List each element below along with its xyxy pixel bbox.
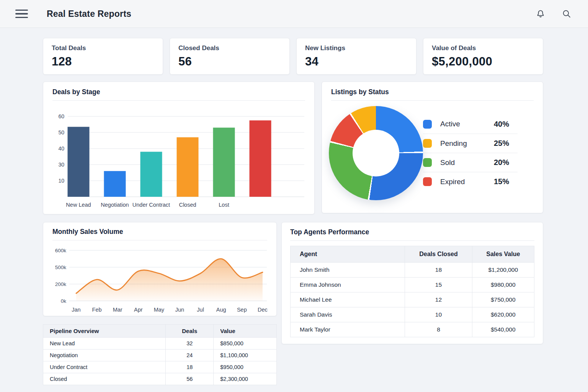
legend-row-expired: Expired15%	[423, 172, 518, 191]
pipeline-overview-table: Pipeline OverviewDealsValueNew Lead32$85…	[43, 324, 277, 385]
bar-unlabeled	[250, 121, 271, 197]
card-deals-by-stage: Deals by Stage 6050403010New LeadNegotia…	[43, 82, 315, 214]
kpi-total-deals: Total Deals 128	[43, 38, 163, 75]
x-axis-tick: Apr	[134, 307, 143, 313]
table-header-row: AgentDeals ClosedSales Value	[291, 246, 534, 263]
bar-category-label: Closed	[179, 202, 196, 208]
card-listings-by-status: Listings by Status Active40%Pending25%So…	[322, 82, 543, 213]
y-axis-tick: 500k	[55, 265, 67, 270]
table-cell: 18	[166, 361, 214, 373]
legend-row-sold: Sold20%	[423, 153, 518, 172]
card-title: Monthly Sales Volume	[52, 228, 267, 236]
y-axis-tick: 40	[58, 145, 64, 152]
monthly-sales-chart: 600k500k200k0kJanFebMarAprMayJunJulAugSe…	[52, 241, 268, 315]
bar-category-label: New Lead	[66, 202, 91, 208]
kpi-new-listings: New Listings 34	[296, 38, 416, 75]
bottom-right-column: Top Agents Performance AgentDeals Closed…	[281, 222, 543, 385]
search-button[interactable]	[560, 8, 573, 20]
legend-color-chip	[423, 177, 432, 186]
kpi-label: Value of Deals	[432, 44, 534, 52]
title-divider	[52, 240, 267, 240]
column-header: Deals Closed	[405, 246, 472, 263]
legend-color-chip	[423, 139, 432, 148]
table-cell: 24	[166, 350, 214, 361]
bar-category-label: Negotiation	[101, 202, 129, 208]
table-row: New Lead32$850,000	[43, 338, 277, 350]
y-axis-tick: 10	[58, 178, 64, 184]
kpi-closed-deals: Closed Deals 56	[170, 38, 290, 75]
column-header: Pipeline Overview	[43, 325, 166, 338]
card-title: Deals by Stage	[52, 88, 305, 96]
bar-category-label: Under Contract	[132, 202, 170, 208]
bottom-left-column: Monthly Sales Volume 600k500k200k0kJanFe…	[43, 222, 277, 385]
table-cell: New Lead	[43, 338, 166, 350]
table-row: Closed56$2,300,000	[43, 373, 277, 385]
page-title: Real Estate Reports	[47, 9, 131, 19]
table-cell: Negotiation	[43, 350, 166, 361]
search-icon	[562, 9, 572, 19]
table-cell: 10	[405, 307, 472, 322]
legend-label: Active	[440, 120, 494, 128]
donut-chart-area: Active40%Pending25%Sold20%Expired15%	[331, 101, 534, 200]
legend-percent: 25%	[494, 139, 518, 148]
legend-percent: 20%	[494, 158, 518, 167]
menu-icon	[15, 10, 28, 11]
table-cell: John Smith	[291, 263, 405, 278]
x-axis-tick: Mar	[113, 307, 122, 313]
table-cell: $1,200,000	[472, 263, 534, 278]
table-row: Michael Lee12$750,000	[291, 292, 534, 307]
bell-icon	[536, 9, 546, 19]
table-cell: $620,000	[472, 307, 534, 322]
table-cell: 15	[405, 278, 472, 292]
kpi-label: Closed Deals	[178, 44, 281, 52]
y-axis-tick: 600k	[55, 248, 67, 253]
table-cell: $980,000	[472, 278, 534, 292]
legend-color-chip	[423, 120, 432, 129]
legend-percent: 40%	[494, 120, 518, 129]
y-axis-tick: 200k	[55, 281, 67, 287]
table-cell: Michael Lee	[291, 292, 405, 307]
table-row: Negotiation24$1,100,000	[43, 350, 277, 361]
table-cell: $540,000	[472, 322, 534, 337]
card-title: Top Agents Performance	[290, 228, 534, 236]
y-axis-tick: 0k	[61, 298, 67, 304]
table-header-row: Pipeline OverviewDealsValue	[43, 325, 277, 338]
kpi-value-of-deals: Value of Deals $5,200,000	[423, 38, 543, 75]
table-cell: Under Contract	[43, 361, 166, 373]
legend-label: Pending	[440, 139, 494, 148]
column-header: Value	[214, 325, 277, 338]
legend-label: Expired	[440, 178, 494, 186]
app-header: Real Estate Reports	[0, 0, 588, 28]
table-cell: Closed	[43, 373, 166, 385]
card-title: Listings by Status	[331, 88, 534, 96]
pipeline-overview-section: Pipeline OverviewDealsValueNew Lead32$85…	[43, 324, 277, 385]
menu-button[interactable]	[15, 8, 30, 20]
column-header: Deals	[166, 325, 214, 338]
table-cell: $850,000	[214, 338, 277, 350]
legend-row-pending: Pending25%	[423, 134, 518, 153]
top-agents-table: AgentDeals ClosedSales ValueJohn Smith18…	[290, 246, 534, 337]
table-cell: Mark Taylor	[291, 322, 405, 337]
bar-lost	[213, 127, 235, 197]
charts-row: Deals by Stage 6050403010New LeadNegotia…	[43, 82, 543, 214]
header-actions	[534, 8, 573, 20]
y-axis-tick: 60	[58, 113, 64, 119]
column-header: Sales Value	[472, 246, 534, 263]
x-axis-tick: Dec	[258, 307, 268, 313]
table-cell: 32	[166, 338, 214, 350]
dashboard-content: Total Deals 128 Closed Deals 56 New List…	[43, 38, 543, 385]
card-top-agents: Top Agents Performance AgentDeals Closed…	[281, 222, 543, 344]
x-axis-tick: Jan	[72, 307, 80, 313]
x-axis-tick: Sep	[237, 307, 247, 313]
x-axis-tick: Jul	[197, 307, 204, 313]
notifications-button[interactable]	[534, 8, 547, 20]
bar-closed	[177, 137, 199, 197]
kpi-row: Total Deals 128 Closed Deals 56 New List…	[43, 38, 543, 75]
legend-row-active: Active40%	[423, 114, 518, 134]
table-cell: 56	[166, 373, 214, 385]
legend-color-chip	[423, 158, 432, 167]
card-monthly-sales-volume: Monthly Sales Volume 600k500k200k0kJanFe…	[43, 222, 277, 316]
table-row: Sarah Davis10$620,000	[291, 307, 534, 322]
deals-by-stage-chart: 6050403010New LeadNegotiationUnder Contr…	[52, 103, 306, 212]
bottom-row: Monthly Sales Volume 600k500k200k0kJanFe…	[43, 222, 543, 385]
